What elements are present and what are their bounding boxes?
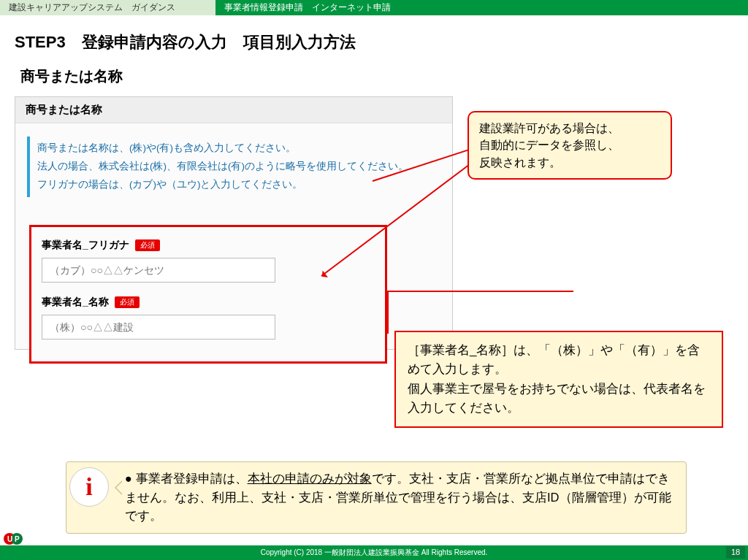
- callout-pointer: [387, 291, 389, 334]
- required-badge: 必須: [135, 239, 160, 251]
- top-left-title: 建設キャリアアップシステム ガイダンス: [0, 0, 215, 15]
- callout-pointer: [387, 291, 573, 292]
- callout-line: 反映されます。: [479, 154, 660, 171]
- callout-line: ［事業者名_名称］は、「（株）」や「（有）」を含めて入力します。: [408, 341, 710, 380]
- panel-header: 商号または名称: [15, 97, 452, 123]
- footer-bar: Copyright (C) 2018 一般財団法人建設業振興基金 All Rig…: [0, 545, 748, 560]
- svg-text:U: U: [7, 535, 12, 543]
- brand-logo-icon: U P: [3, 531, 25, 547]
- field-label-furigana: 事業者名_フリガナ 必須: [42, 239, 375, 252]
- field-label-name: 事業者名_名称 必須: [42, 296, 375, 309]
- label-text: 事業者名_フリガナ: [42, 239, 129, 252]
- instruction-line: 商号または名称は、(株)や(有)も含め入力してください。: [37, 139, 433, 158]
- info-text-prefix: 事業者登録申請は、: [136, 472, 248, 485]
- info-text-underlined: 本社の申請のみが対象: [248, 472, 372, 485]
- callout-line: 自動的にデータを参照し、: [479, 137, 660, 153]
- business-name-input[interactable]: [42, 315, 275, 340]
- step-title: STEP3 登録申請内容の入力 項目別入力方法: [0, 15, 748, 59]
- instruction-line: 法人の場合、株式会社は(株)、有限会社は(有)のように略号を使用してください。: [37, 158, 433, 176]
- page-number: 18: [726, 546, 745, 559]
- business-name-furigana-input[interactable]: [42, 258, 275, 283]
- required-badge: 必須: [115, 296, 140, 308]
- callout-name-entry: ［事業者名_名称］は、「（株）」や「（有）」を含めて入力します。 個人事業主で屋…: [394, 331, 723, 428]
- info-icon: i: [69, 467, 109, 507]
- instruction-block: 商号または名称は、(株)や(有)も含め入力してください。 法人の場合、株式会社は…: [27, 137, 440, 197]
- top-bar: 建設キャリアアップシステム ガイダンス 事業者情報登録申請 インターネット申請: [0, 0, 748, 15]
- speech-tail: [109, 480, 123, 495]
- callout-auto-fill: 建設業許可がある場合は、 自動的にデータを参照し、 反映されます。: [468, 111, 672, 180]
- section-title: 商号または名称: [0, 59, 748, 96]
- instruction-line: フリガナの場合は、(カブ)や（ユウ)と入力してください。: [37, 176, 433, 194]
- top-right-title: 事業者情報登録申請 インターネット申請: [215, 0, 400, 15]
- callout-line: 個人事業主で屋号をお持ちでない場合は、代表者名を入力してください。: [408, 380, 710, 418]
- callout-line: 建設業許可がある場合は、: [479, 120, 660, 137]
- bullet-icon: ●: [125, 472, 132, 485]
- info-note: ● 事業者登録申請は、本社の申請のみが対象です。支社・支店・営業所など拠点単位で…: [66, 461, 687, 534]
- copyright-text: Copyright (C) 2018 一般財団法人建設業振興基金 All Rig…: [261, 548, 488, 558]
- label-text: 事業者名_名称: [42, 296, 109, 309]
- highlighted-form-area: 事業者名_フリガナ 必須 事業者名_名称 必須: [29, 225, 387, 364]
- svg-text:P: P: [15, 535, 20, 543]
